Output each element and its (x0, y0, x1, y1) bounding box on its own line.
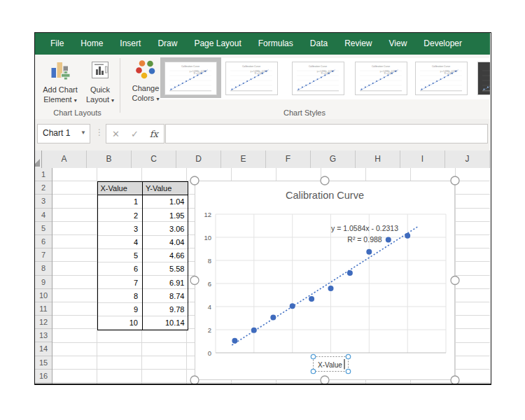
ribbon-tab-review[interactable]: Review (336, 33, 380, 55)
chart-selection-handle[interactable] (190, 176, 199, 185)
cancel-icon[interactable]: ✕ (112, 129, 120, 139)
table-data-range[interactable]: 11.0421.9533.0644.0454.6665.5876.9188.74… (97, 195, 188, 330)
ribbon-tab-draw[interactable]: Draw (149, 33, 186, 55)
chart-style-thumbnail-4[interactable]: Calibration Curve y = 1.0584x - 0.2313 R… (355, 62, 407, 95)
row-header-6[interactable]: 6 (35, 235, 52, 248)
data-point[interactable] (347, 270, 353, 276)
trendline-equation[interactable]: y = 1.0584x - 0.2313 (331, 224, 398, 232)
row-header-13[interactable]: 13 (35, 329, 52, 342)
table-row[interactable]: 76.91 (98, 276, 188, 290)
column-header-D[interactable]: D (176, 150, 221, 168)
row-header-9[interactable]: 9 (35, 276, 52, 289)
chart-style-thumbnail-6[interactable]: Calibration Curve y = 1.0584x - 0.2313 R… (477, 62, 490, 95)
cell-y-value[interactable]: 3.06 (144, 223, 188, 236)
quick-layout-button[interactable]: Quick Layout ▾ (81, 57, 119, 116)
column-header-C[interactable]: C (132, 150, 176, 168)
ribbon-tab-home[interactable]: Home (72, 33, 111, 55)
cell-y-value[interactable]: 1.04 (144, 195, 188, 209)
column-header-A[interactable]: A (42, 150, 87, 168)
ribbon-tab-view[interactable]: View (381, 33, 416, 55)
column-header-I[interactable]: I (400, 150, 445, 168)
row-header-8[interactable]: 8 (35, 262, 52, 275)
cell-x-value[interactable]: 9 (98, 303, 141, 316)
chart-selection-handle[interactable] (321, 376, 329, 384)
column-header-F[interactable]: F (266, 150, 311, 168)
data-point[interactable] (405, 233, 410, 239)
chart-style-thumbnail-2[interactable]: Calibration Curve y = 1.0584x - 0.2313 R… (225, 62, 278, 95)
cell-x-value[interactable]: 3 (98, 223, 141, 236)
cell-y-value[interactable]: 4.66 (144, 249, 188, 262)
chart-selection-handle[interactable] (451, 276, 459, 285)
chart-style-thumbnail-5[interactable]: Calibration Curve y = 1.0584x - 0.2313 R… (415, 62, 468, 95)
row-header-7[interactable]: 7 (35, 248, 52, 262)
chart-selection-handle[interactable] (451, 376, 459, 384)
ribbon-tab-insert[interactable]: Insert (111, 33, 149, 55)
chart-selection-handle[interactable] (451, 176, 459, 185)
data-point[interactable] (386, 237, 391, 243)
table-row[interactable]: 99.78 (98, 303, 188, 316)
data-point[interactable] (309, 296, 314, 302)
chart-style-thumbnail-1[interactable]: Calibration Curve y = 1.0584x - 0.2313 R… (164, 62, 217, 95)
ribbon-tab-data[interactable]: Data (302, 33, 336, 55)
worksheet-grid[interactable]: 12345678910111213141516 X-Value Y-Value … (35, 168, 490, 384)
cell-x-value[interactable]: 6 (98, 262, 141, 276)
cell-y-value[interactable]: 6.91 (144, 276, 188, 290)
column-header-J[interactable]: J (445, 150, 490, 168)
table-row[interactable]: 33.06 (98, 223, 188, 236)
data-point[interactable] (366, 249, 372, 255)
select-all-button[interactable] (35, 150, 42, 168)
column-header-E[interactable]: E (221, 150, 266, 168)
table-row[interactable]: 1010.14 (98, 316, 188, 330)
chart-title[interactable]: Calibration Curve (286, 190, 364, 201)
row-header-16[interactable]: 16 (35, 370, 52, 383)
table-row[interactable]: 54.66 (98, 249, 188, 262)
row-header-3[interactable]: 3 (35, 195, 52, 208)
cell-y-value[interactable]: 5.58 (144, 262, 188, 276)
row-header-15[interactable]: 15 (35, 356, 52, 370)
table-row[interactable]: 65.58 (98, 262, 188, 276)
name-box[interactable]: Chart 1 ▼ (37, 124, 90, 144)
column-header-H[interactable]: H (356, 150, 400, 168)
row-header-2[interactable]: 2 (35, 181, 52, 195)
cell-y-value[interactable]: 10.14 (144, 316, 188, 330)
trendline-r-squared[interactable]: R² = 0.988 (347, 235, 382, 244)
table-header-x[interactable]: X-Value (98, 182, 143, 196)
add-chart-element-button[interactable]: Add Chart Element ▾ (38, 57, 83, 116)
ribbon-tab-developer[interactable]: Developer (415, 33, 470, 55)
row-header-12[interactable]: 12 (35, 316, 52, 329)
cell-y-value[interactable]: 4.04 (144, 236, 188, 249)
formula-input[interactable] (165, 124, 488, 144)
row-header-1[interactable]: 1 (35, 168, 52, 181)
cell-x-value[interactable]: 5 (98, 249, 141, 262)
row-header-5[interactable]: 5 (35, 222, 52, 235)
data-point[interactable] (270, 315, 276, 321)
cell-y-value[interactable]: 1.95 (144, 209, 188, 223)
chart-selection-handle[interactable] (190, 276, 199, 285)
cell-x-value[interactable]: 4 (98, 236, 141, 249)
data-point[interactable] (232, 338, 237, 344)
formula-bar-resizer-icon[interactable]: ⋮ (95, 127, 104, 137)
ribbon-tab-file[interactable]: File (42, 33, 72, 55)
chart-selection-handle[interactable] (321, 176, 329, 185)
cell-y-value[interactable]: 8.74 (144, 290, 188, 303)
data-point[interactable] (290, 303, 295, 309)
axis-title-edit-box[interactable]: X-Value (311, 354, 350, 373)
chart-selection-handle[interactable] (190, 376, 199, 384)
cell-y-value[interactable]: 9.78 (144, 303, 188, 316)
ribbon-tab-page-layout[interactable]: Page Layout (186, 33, 249, 55)
table-header-y[interactable]: Y-Value (143, 182, 188, 196)
chart-object[interactable]: 024681012Calibration Curvey = 1.0584x - … (195, 181, 455, 380)
row-header-11[interactable]: 11 (35, 302, 52, 316)
row-header-14[interactable]: 14 (35, 342, 52, 356)
table-header-row[interactable]: X-Value Y-Value (97, 181, 188, 197)
name-box-dropdown-icon[interactable]: ▼ (80, 130, 86, 136)
table-row[interactable]: 44.04 (98, 236, 188, 249)
cell-x-value[interactable]: 7 (98, 276, 141, 290)
column-header-G[interactable]: G (311, 150, 356, 168)
data-point[interactable] (251, 328, 257, 333)
cell-x-value[interactable]: 1 (98, 195, 141, 209)
cell-x-value[interactable]: 8 (98, 290, 141, 303)
row-header-10[interactable]: 10 (35, 289, 52, 302)
calibration-chart[interactable]: 024681012Calibration Curvey = 1.0584x - … (195, 181, 455, 380)
enter-icon[interactable]: ✓ (131, 129, 139, 139)
